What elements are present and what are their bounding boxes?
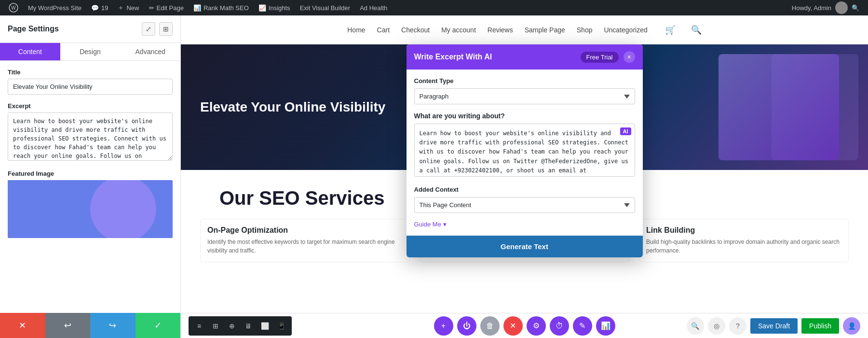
- services-title: Our SEO Services: [200, 178, 404, 209]
- top-nav: Home Cart Checkout My account Reviews Sa…: [181, 15, 868, 44]
- builder-power-button[interactable]: ⏻: [457, 316, 476, 336]
- generate-text-button[interactable]: Generate Text: [407, 236, 643, 257]
- builder-tool-tablet[interactable]: ⬜: [258, 319, 271, 333]
- builder-delete-button[interactable]: 🗑: [480, 316, 500, 336]
- builder-right-tools: 🔍 ◎ ? Save Draft Publish 👤: [687, 317, 860, 335]
- notification-dot[interactable]: 👤: [843, 317, 860, 335]
- builder-settings-button[interactable]: ⚙: [527, 316, 546, 336]
- title-field-group: Title: [8, 69, 173, 95]
- builder-clock-button[interactable]: ⏱: [550, 316, 569, 336]
- action-undo-button[interactable]: ↩: [45, 313, 91, 338]
- nav-uncategorized[interactable]: Uncategorized: [604, 26, 647, 34]
- edit-page-item[interactable]: ✏ Edit Page: [144, 0, 189, 15]
- tab-design[interactable]: Design: [60, 43, 121, 60]
- ai-modal-body: Content Type Paragraph Bullet Points Sum…: [407, 70, 643, 236]
- redo-icon: ↪: [109, 320, 116, 331]
- title-label: Title: [8, 69, 173, 76]
- writing-about-textarea[interactable]: Learn how to boost your website's online…: [414, 124, 635, 177]
- ai-modal: Write Excerpt With AI Free Trial × Conte…: [407, 44, 643, 257]
- excerpt-textarea[interactable]: Learn how to boost your website's online…: [8, 113, 173, 161]
- rank-math-item[interactable]: 📊 Rank Math SEO: [189, 0, 254, 15]
- edit-page-label: Edit Page: [157, 4, 184, 12]
- content-type-label: Content Type: [414, 77, 635, 84]
- undo-icon: ↩: [64, 320, 71, 331]
- main-layout: Page Settings ⤢ ⊞ Content Design Advance…: [0, 15, 868, 338]
- hero-image: [719, 54, 839, 160]
- builder-search-btn[interactable]: 🔍: [687, 317, 704, 335]
- nav-search-icon[interactable]: 🔍: [691, 25, 702, 35]
- comments-item[interactable]: 💬 19: [86, 0, 113, 15]
- builder-tool-search[interactable]: ⊕: [225, 319, 239, 333]
- new-item[interactable]: ＋ New: [113, 0, 144, 15]
- comment-icon: 💬: [91, 4, 99, 12]
- nav-my-account[interactable]: My account: [441, 26, 476, 34]
- textarea-wrapper: Learn how to boost your website's online…: [414, 124, 635, 178]
- tab-content[interactable]: Content: [0, 43, 60, 60]
- action-close-button[interactable]: ✕: [0, 313, 45, 338]
- modal-close-button[interactable]: ×: [624, 51, 635, 63]
- builder-layers-btn[interactable]: ◎: [708, 317, 725, 335]
- publish-button[interactable]: Publish: [801, 318, 839, 334]
- exit-builder-item[interactable]: Exit Visual Builder: [295, 0, 355, 15]
- close-x-icon: ✕: [19, 320, 26, 331]
- nav-shop[interactable]: Shop: [577, 26, 593, 34]
- admin-bar-right: Howdy, Admin 🔍: [792, 1, 864, 14]
- builder-edit-button[interactable]: ✎: [573, 316, 592, 336]
- builder-tool-mobile[interactable]: 📱: [274, 319, 288, 333]
- builder-help-btn[interactable]: ?: [729, 317, 746, 335]
- panel-icon-expand[interactable]: ⤢: [142, 22, 155, 36]
- builder-chart-button[interactable]: 📊: [596, 316, 615, 336]
- nav-reviews[interactable]: Reviews: [488, 26, 513, 34]
- action-confirm-button[interactable]: ✓: [136, 313, 181, 338]
- howdy-label: Howdy, Admin: [792, 4, 831, 12]
- nav-checkout[interactable]: Checkout: [401, 26, 430, 34]
- edit-icon: ✏: [149, 4, 154, 12]
- writing-about-group: What are you writing about? Learn how to…: [414, 112, 635, 178]
- nav-home[interactable]: Home: [347, 26, 365, 34]
- svg-text:W: W: [11, 5, 16, 11]
- builder-tool-desktop[interactable]: 🖥: [242, 319, 255, 333]
- ad-health-label: Ad Health: [360, 4, 387, 12]
- avatar: [835, 1, 848, 14]
- panel-content: Title Excerpt Learn how to boost your we…: [0, 61, 180, 313]
- insights-item[interactable]: 📈 Insights: [254, 0, 295, 15]
- added-context-select[interactable]: This Page Content No Context Custom Cont…: [414, 197, 635, 213]
- free-trial-badge[interactable]: Free Trial: [581, 52, 619, 63]
- hero-title: Elevate Your Online Visibility: [200, 99, 385, 115]
- builder-tool-menu[interactable]: ≡: [192, 319, 206, 333]
- tab-advanced[interactable]: Advanced: [120, 43, 180, 60]
- ai-modal-footer: Generate Text: [407, 236, 643, 257]
- panel-icon-columns[interactable]: ⊞: [159, 22, 173, 36]
- rank-math-icon: 📊: [193, 4, 201, 12]
- builder-add-button[interactable]: +: [434, 316, 453, 336]
- action-redo-button[interactable]: ↪: [90, 313, 136, 338]
- writing-about-label: What are you writing about?: [414, 112, 635, 120]
- content-type-select[interactable]: Paragraph Bullet Points Summary Meta Des…: [414, 88, 635, 104]
- panel-header-icons: ⤢ ⊞: [142, 22, 173, 36]
- site-name-item[interactable]: My WordPress Site: [23, 0, 86, 15]
- cart-icon[interactable]: 🛒: [665, 25, 676, 35]
- panel-title: Page Settings: [8, 25, 59, 33]
- ai-modal-title: Write Excerpt With AI: [414, 53, 492, 61]
- search-admin-icon[interactable]: 🔍: [852, 4, 859, 12]
- nav-sample-page[interactable]: Sample Page: [525, 26, 565, 34]
- featured-image-thumb[interactable]: [8, 180, 173, 238]
- added-context-group: Added Context This Page Content No Conte…: [414, 186, 635, 213]
- title-input[interactable]: [8, 79, 173, 95]
- save-draft-button[interactable]: Save Draft: [750, 318, 798, 334]
- builder-tool-grid[interactable]: ⊞: [209, 319, 222, 333]
- ai-modal-header: Write Excerpt With AI Free Trial ×: [407, 44, 643, 70]
- content-area: Home Cart Checkout My account Reviews Sa…: [181, 15, 868, 338]
- service-text-3: Build high-quality backlinks to improve …: [646, 238, 841, 255]
- hero-content: Elevate Your Online Visibility: [200, 99, 385, 115]
- builder-center-tools: + ⏻ 🗑 ✕ ⚙ ⏱ ✎ 📊: [434, 316, 615, 336]
- wp-logo-item[interactable]: W: [4, 0, 23, 15]
- ad-health-item[interactable]: Ad Health: [355, 0, 392, 15]
- service-text-1: Identify the most effective keywords to …: [207, 238, 403, 255]
- nav-cart[interactable]: Cart: [377, 26, 390, 34]
- featured-image-group: Featured Image: [8, 170, 173, 238]
- builder-close-button[interactable]: ✕: [503, 316, 523, 336]
- guide-me-link[interactable]: Guide Me ▾: [414, 221, 635, 228]
- excerpt-field-group: Excerpt Learn how to boost your website'…: [8, 102, 173, 162]
- builder-left-tools: ≡ ⊞ ⊕ 🖥 ⬜ 📱: [189, 316, 292, 336]
